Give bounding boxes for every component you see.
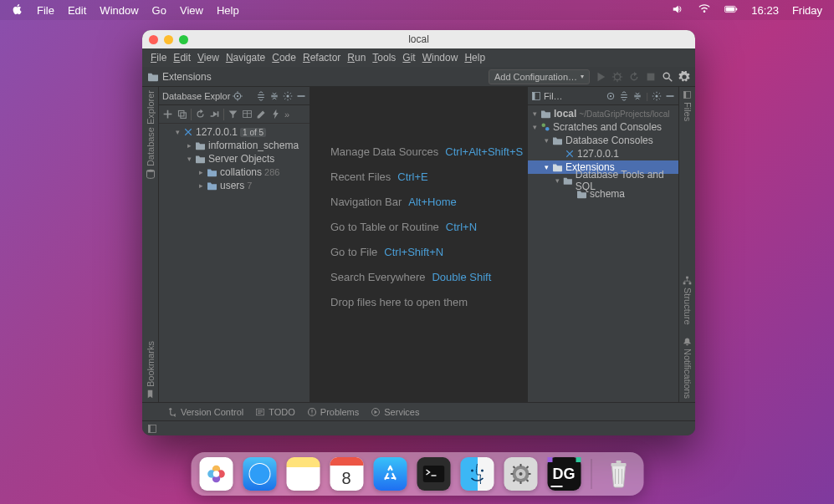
run-icon[interactable] [595,71,606,83]
wifi-icon[interactable] [698,3,711,18]
tree-console-host[interactable]: 127.0.0.1 [528,147,678,160]
mac-menu-help[interactable]: Help [217,4,239,17]
files-tree[interactable]: local ~/DataGripProjects/local Scratches… [528,105,678,402]
refresh-icon[interactable] [195,109,206,120]
lightning-icon[interactable] [270,109,281,120]
mac-menu-go[interactable]: Go [152,4,166,17]
version-control-button[interactable]: Version Control [167,407,243,417]
dock-calendar[interactable]: 8 [330,457,363,491]
hint-manage-data-sources: Manage Data SourcesCtrl+Alt+Shift+S [330,145,523,158]
mac-menu-window[interactable]: Window [100,4,138,17]
hint-navigation-bar: Navigation BarAlt+Home [330,196,457,208]
tool-windows-icon[interactable] [147,424,157,434]
stop-jump-icon[interactable] [209,109,220,120]
db-tree[interactable]: 127.0.0.1 1 of 5 information_schema Serv… [159,124,310,402]
battery-icon[interactable] [724,3,738,18]
zoom-button[interactable] [179,35,188,44]
panel-title: Database Explor [162,91,230,101]
editor-area[interactable]: Manage Data SourcesCtrl+Alt+Shift+S Rece… [310,87,527,402]
debug-icon[interactable] [611,71,623,83]
tree-dbtools[interactable]: Database Tools and SQL [528,174,678,187]
run-config-dropdown[interactable]: Add Configuration… ▾ [489,69,590,84]
ide-menu-window[interactable]: Window [422,52,458,64]
svg-rect-24 [686,277,688,279]
svg-point-20 [542,124,546,128]
notifications-tab[interactable]: Notifications [683,337,693,399]
svg-rect-31 [149,425,151,432]
svg-rect-11 [178,110,184,116]
duplicate-icon[interactable] [177,109,187,120]
expand-icon[interactable] [619,91,629,101]
tree-collations[interactable]: collations 286 [159,165,310,179]
gear-icon[interactable] [652,91,662,101]
tree-db-consoles[interactable]: Database Consoles [528,134,678,147]
ide-window: local File Edit View Navigate Code Refac… [142,30,695,435]
search-icon[interactable] [662,71,673,83]
structure-tab[interactable]: Structure [683,276,693,325]
tree-users[interactable]: users 7 [159,179,310,192]
tree-project-root[interactable]: local ~/DataGripProjects/local [528,107,678,120]
stop-icon[interactable] [645,71,657,83]
svg-rect-10 [298,95,305,97]
dock-photos[interactable] [199,457,233,491]
database-explorer-tab[interactable]: Database Explorer [146,90,156,179]
add-icon[interactable] [162,109,173,120]
services-button[interactable]: Services [371,407,419,417]
dock-notes[interactable] [286,457,320,491]
ide-menu-refactor[interactable]: Refactor [303,52,340,64]
tree-server-objects[interactable]: Server Objects [159,152,310,165]
ide-menu-tools[interactable]: Tools [372,52,396,64]
svg-rect-1 [726,7,734,11]
volume-icon[interactable] [671,3,684,18]
dock-trash[interactable] [601,457,635,491]
dock-settings[interactable] [504,457,537,491]
table-icon[interactable] [242,109,253,120]
gear-icon[interactable] [283,91,293,101]
minimize-panel-icon[interactable] [296,91,306,101]
ide-menu-edit[interactable]: Edit [173,52,191,64]
ide-menu-help[interactable]: Help [464,52,485,64]
tree-info-schema[interactable]: information_schema [159,139,310,152]
dock-datagrip[interactable]: DG [547,457,581,491]
edit-icon[interactable] [256,109,267,120]
apple-icon[interactable] [12,3,23,18]
dock-finder[interactable] [460,457,494,491]
tree-host[interactable]: 127.0.0.1 1 of 5 [159,125,310,139]
minimize-panel-icon[interactable] [665,91,675,101]
breadcrumb[interactable]: Extensions [162,71,212,83]
locate-icon[interactable] [606,91,616,101]
mac-menu-file[interactable]: File [37,4,54,17]
project-icon [531,91,541,101]
ide-menu-git[interactable]: Git [402,52,415,64]
close-button[interactable] [149,35,158,44]
mac-menu-edit[interactable]: Edit [68,4,86,17]
dock-appstore[interactable] [373,457,407,491]
collapse-icon[interactable] [632,91,642,101]
mac-menu-view[interactable]: View [180,4,203,17]
clock-time: 16:23 [751,4,779,17]
files-tab[interactable]: Files [683,90,693,121]
dock-safari[interactable] [243,457,276,491]
svg-point-18 [656,94,658,97]
tree-scratches[interactable]: Scratches and Consoles [528,120,678,134]
svg-point-21 [545,127,550,131]
minimize-button[interactable] [164,35,173,44]
target-icon[interactable] [233,91,243,101]
titlebar[interactable]: local [142,30,695,48]
ide-menu-view[interactable]: View [197,52,219,64]
dock-terminal[interactable] [417,457,450,491]
problems-button[interactable]: Problems [307,407,359,417]
svg-point-41 [481,470,484,472]
ide-menu-navigate[interactable]: Navigate [226,52,265,64]
filter-icon[interactable] [228,109,238,120]
ide-menu-file[interactable]: File [151,52,166,64]
svg-point-44 [519,472,522,476]
ide-menu-code[interactable]: Code [272,52,296,64]
settings-icon[interactable] [678,71,690,83]
collapse-icon[interactable] [269,91,279,101]
todo-button[interactable]: TODO [255,407,295,417]
rerun-icon[interactable] [628,71,640,83]
expand-icon[interactable] [256,91,266,101]
ide-menu-run[interactable]: Run [347,52,366,64]
bookmarks-tab[interactable]: Bookmarks [146,341,156,399]
